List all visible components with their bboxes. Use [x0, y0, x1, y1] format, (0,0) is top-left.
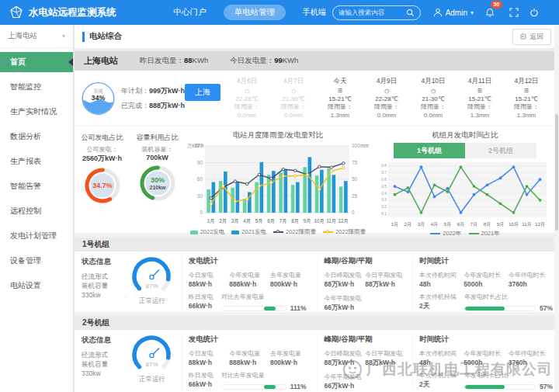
weather-day: 4月10日 ☼ 21-30℃ 降雨量： 0.0mm: [410, 77, 457, 120]
svg-text:0.5: 0.5: [381, 185, 387, 189]
sidebar-item[interactable]: 远程控制: [0, 201, 73, 221]
legend-item[interactable]: 2022降雨量: [323, 228, 366, 236]
notifications-button[interactable]: 50: [484, 7, 495, 19]
unit-section: 1号机组 状态信息 径流形式 装机容量 330kw: [75, 234, 559, 312]
bell-icon: [484, 7, 495, 19]
legend-item[interactable]: 2022降雨量: [273, 228, 316, 236]
stat-item: 本次停机时间48h: [419, 349, 464, 366]
weather-day: 4月11日 ≡ 15-21℃ 降雨量： 1.3mm: [457, 77, 503, 120]
legend-item[interactable]: 2022年: [430, 230, 461, 238]
svg-text:6月: 6月: [457, 221, 465, 227]
unit-tab[interactable]: 1号机组: [394, 143, 465, 158]
sidebar-item[interactable]: 首页: [0, 52, 73, 72]
compare-widget: 对比去年发电量 111%: [221, 371, 307, 390]
svg-text:0.7: 0.7: [381, 171, 387, 175]
app-title: 水电站远程监测系统: [29, 6, 116, 19]
stat-item: 去年发电量800kW·h: [270, 271, 311, 288]
unit-capacity-value: 330kw: [82, 369, 123, 378]
peak-stats: 峰期/谷期/平期 今日峰期发电88万kW·h今日平期发电88万kW·h 今年平期…: [318, 256, 413, 312]
weather-day: 4月7日 ☼ 21-30℃ 降雨量： 0.0mm: [270, 77, 317, 120]
stat-item: 今年发电时长5000h: [464, 271, 508, 288]
svg-text:90: 90: [197, 160, 203, 165]
chart-title: 机组月发电时间占比: [371, 127, 559, 140]
weather-temp: 21-30℃: [410, 95, 457, 103]
weather-icon: ≡: [457, 85, 503, 95]
stat-item: 今年停电时长3760h: [509, 349, 553, 366]
monthly-rain-generation-chart: 电站月度降雨量/发电量对比 万kW·hmm0030256050907512010…: [185, 127, 371, 233]
power-icon[interactable]: [529, 8, 539, 17]
weather-date: 4月10日: [410, 77, 457, 85]
unit-type: 径流形式: [82, 350, 123, 359]
sidebar-item[interactable]: 生产实时情况: [0, 102, 73, 122]
mobile-link[interactable]: 手机端: [303, 7, 326, 18]
hours-ratio-progress: [464, 384, 536, 390]
fullscreen-icon[interactable]: [509, 8, 519, 17]
chart-legend: 2022年2021年: [371, 230, 559, 238]
svg-text:3月: 3月: [418, 221, 425, 227]
weather-icon: ≡: [317, 85, 363, 95]
svg-text:25: 25: [352, 193, 358, 199]
unit-hours-chart: 机组月发电时间占比 1号机组2号机组 0.10.20.30.40.50.60.7…: [371, 127, 559, 233]
weather-day: 今天 ≡ 15-21℃ 降雨量： 1.3mm: [317, 77, 363, 120]
unit-gauge: 87% 正常运行: [123, 331, 182, 390]
legend-item[interactable]: 2022发电: [190, 228, 225, 236]
search-icon[interactable]: [406, 9, 415, 17]
donut-sub-label: 公司发电：: [75, 145, 130, 154]
compare-widget: 对比去年发电量 111%: [221, 293, 307, 312]
search-input[interactable]: [339, 9, 403, 16]
header-nav-item[interactable]: 中心门户: [169, 5, 211, 20]
header-nav: 中心门户单电站管理: [169, 5, 286, 20]
weather-strip: 上海 4月6日 ☼ 22-28℃ 降雨量： 0.0mm: [185, 71, 559, 126]
chevron-down-icon: ▾: [62, 33, 65, 40]
legend-item[interactable]: 2021发电: [231, 228, 266, 236]
back-button-label: 返回: [529, 32, 543, 42]
svg-text:8月: 8月: [484, 221, 491, 227]
weather-temp: 21-30℃: [270, 95, 317, 103]
weather-date: 4月11日: [457, 77, 503, 85]
sidebar-item[interactable]: 设备管理: [0, 251, 73, 271]
sidebar-item[interactable]: 生产报表: [0, 151, 73, 172]
weather-day: 4月6日 ☼ 22-28℃ 降雨量： 0.0mm: [224, 77, 270, 120]
svg-text:8月: 8月: [291, 218, 299, 224]
weather-temp: 22-28℃: [224, 95, 270, 103]
stat-item: 今日峰期发电88万kW·h: [325, 271, 366, 290]
unit-capacity-label: 装机容量: [82, 359, 123, 369]
header-nav-item[interactable]: 单电站管理: [224, 5, 286, 20]
unit-gauge: 87% 正常运行: [123, 253, 182, 312]
weather-date: 4月7日: [270, 77, 317, 85]
station-banner: 上海电站 昨日发电量：88KWh 今日发电量：99KWh: [75, 51, 559, 71]
back-button[interactable]: 返回: [512, 29, 551, 45]
weather-date: 今天: [317, 77, 363, 85]
user-menu[interactable]: Admin ▾: [433, 8, 474, 17]
unit-run-status: 正常运行: [123, 375, 182, 384]
sidebar-item[interactable]: 电站设置: [0, 276, 73, 296]
sidebar-item[interactable]: 智能告警: [0, 176, 73, 196]
weather-rain-value: 1.3mm: [317, 112, 363, 120]
weather-rain-label: 降雨量：: [410, 103, 457, 111]
weather-temp: 22-28℃: [363, 95, 410, 103]
station-select[interactable]: 上海电站 ▾: [0, 25, 73, 48]
unit-tabs: 1号机组2号机组: [371, 143, 559, 158]
svg-text:50: 50: [352, 176, 358, 182]
scrollbar-thumb[interactable]: [555, 114, 558, 231]
unit-tab[interactable]: 2号机组: [465, 143, 536, 158]
stat-item: 今日平期发电88万kW·h: [365, 271, 406, 290]
plan-weather-row: 完成 34% 年计划：999万kW·h 已完成：888万kW·h 上海 4: [75, 71, 559, 127]
sidebar-item[interactable]: 发电计划管理: [0, 226, 73, 246]
weather-rain-label: 降雨量：: [457, 103, 503, 111]
stat-item: 本次停机持续2天: [419, 371, 457, 390]
legend-item[interactable]: 2021年: [469, 230, 500, 238]
svg-text:1月: 1月: [391, 221, 399, 227]
title-accent: [82, 32, 85, 42]
search-box: [332, 5, 421, 20]
hours-ratio-widget: 年发电时长占比 57%: [464, 371, 553, 390]
unit-title: 2号机组: [75, 316, 559, 330]
unit-sections: 1号机组 状态信息 径流形式 装机容量 330kw: [75, 234, 559, 390]
stat-item: 本次停机时间48h: [419, 271, 464, 288]
sidebar-item[interactable]: 数据分析: [0, 127, 73, 147]
sidebar-item[interactable]: 智能监控: [0, 77, 73, 97]
stat-item: 本次停机持续2天: [419, 293, 457, 312]
svg-text:mm: mm: [360, 143, 369, 148]
city-button[interactable]: 上海: [185, 84, 220, 101]
svg-text:34%: 34%: [92, 93, 106, 101]
